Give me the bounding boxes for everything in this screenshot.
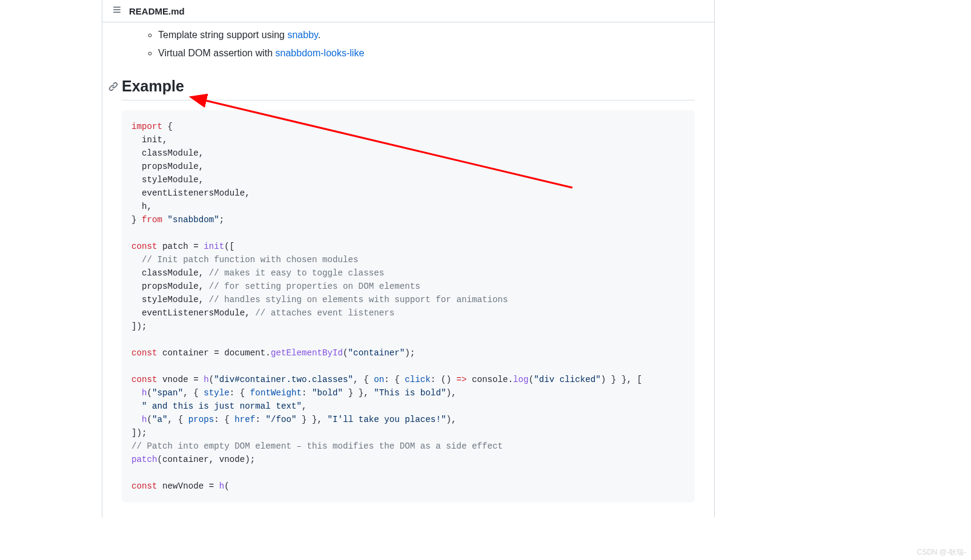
readme-container: README.md Template string support using … <box>102 0 715 517</box>
readme-title: README.md <box>129 6 185 16</box>
link-snabby[interactable]: snabby <box>287 30 317 40</box>
section-heading-example[interactable]: Example <box>122 77 695 100</box>
toc-icon[interactable] <box>112 5 122 17</box>
code-example: import { init, classModule, propsModule,… <box>122 110 695 502</box>
readme-header: README.md <box>102 0 714 22</box>
readme-body: Template string support using snabby. Vi… <box>102 22 714 517</box>
link-anchor-icon[interactable] <box>108 77 118 95</box>
link-snabbdom-looks-like[interactable]: snabbdom-looks-like <box>276 48 365 58</box>
feature-list: Template string support using snabby. Vi… <box>139 27 695 61</box>
list-item: Template string support using snabby. <box>158 27 695 43</box>
list-item: Virtual DOM assertion with snabbdom-look… <box>158 45 695 61</box>
